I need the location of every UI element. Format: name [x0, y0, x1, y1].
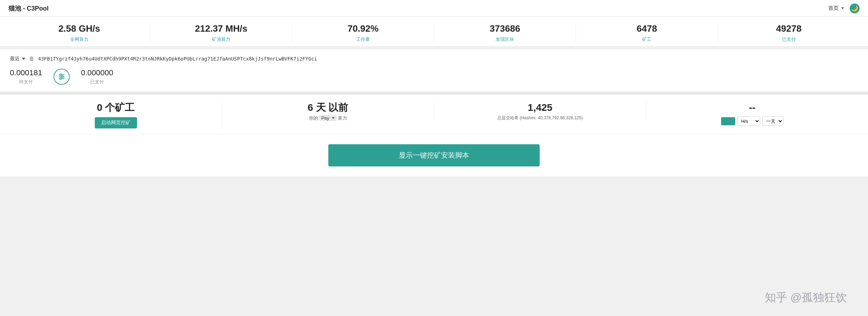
stat-item-4: 6478 矿工: [576, 23, 718, 43]
stat-label-5: 已支付: [724, 36, 854, 43]
home-chevron-icon: [841, 7, 844, 9]
stats-row: 2.58 GH/s 全网算力 212.37 MH/s 矿池算力 70.92% 工…: [0, 17, 868, 46]
hashrate-sub-label: 你的 Pay 算力: [229, 115, 427, 121]
recent-label-text: 最近: [10, 56, 20, 62]
stat-item-1: 212.37 MH/s 矿池算力: [150, 23, 292, 43]
stat-value-0: 2.58 GH/s: [14, 23, 144, 34]
stat-label-3: 发现区块: [440, 36, 570, 43]
moon-icon: 🌙: [851, 5, 858, 12]
stat-label-0: 全网算力: [14, 36, 144, 43]
pay-badge-text: Pay: [321, 115, 329, 121]
stat-item-2: 70.92% 工作量: [292, 23, 434, 43]
stat-value-5: 49278: [724, 23, 854, 34]
hashrate-label: 算力: [338, 115, 347, 121]
pay-badge[interactable]: Pay: [319, 115, 336, 121]
home-link[interactable]: 首页: [828, 5, 844, 12]
svg-point-4: [62, 76, 63, 78]
hashes-value: 1,425: [441, 102, 639, 114]
recent-chevron-icon: [22, 58, 25, 60]
install-section: 显示一键挖矿安装脚本: [0, 134, 868, 176]
address-row: 最近 🗑 43FB1TYgrzf4Jyh76u4UdtXPCdh9PXt4R2r…: [10, 56, 858, 62]
paid-value: 0.000000: [81, 68, 113, 77]
hashrate-col: -- H/s KH/s MH/s 一天 一周 一月: [646, 102, 858, 126]
hashrate-period-select[interactable]: 一天 一周 一月: [762, 116, 783, 126]
logo: 猫池 - C3Pool: [8, 4, 49, 13]
stat-label-1: 矿池算力: [156, 36, 286, 43]
stat-item-3: 373686 发现区块: [434, 23, 576, 43]
hashrate-control: H/s KH/s MH/s 一天 一周 一月: [653, 116, 851, 126]
settings-button[interactable]: [54, 69, 70, 85]
pay-chevron-icon: [332, 117, 335, 119]
address-hash: 43FB1TYgrzf4Jyh76u4UdtXPCdh9PXt4R2r3tnNJ…: [38, 56, 317, 62]
pending-balance: 0.000181 待支付: [10, 68, 42, 85]
home-label: 首页: [828, 5, 839, 12]
miner-stats-row: 0 个矿工 启动网页挖矿 6 天 以前 你的 Pay 算力 1,425 总提交哈…: [10, 102, 858, 128]
stat-label-2: 工作量: [298, 36, 428, 43]
your-label: 你的: [309, 115, 318, 121]
last-seen-col: 6 天 以前 你的 Pay 算力: [222, 102, 434, 121]
miner-stats-section: 0 个矿工 启动网页挖矿 6 天 以前 你的 Pay 算力 1,425 总提交哈…: [0, 95, 868, 134]
section-divider: [0, 92, 868, 95]
hashrate-unit-select[interactable]: H/s KH/s MH/s: [737, 116, 760, 126]
svg-point-5: [60, 78, 62, 80]
stat-item-0: 2.58 GH/s 全网算力: [8, 23, 150, 43]
hashrate-display: [721, 117, 735, 125]
svg-point-3: [60, 74, 62, 76]
top-bar: 猫池 - C3Pool 首页 🌙: [0, 0, 868, 17]
total-hashes-col: 1,425 总提交哈希 (Hashes: 40,378,792.86,328,1…: [434, 102, 646, 121]
recent-label[interactable]: 最近: [10, 56, 25, 62]
install-script-button[interactable]: 显示一键挖矿安装脚本: [328, 144, 540, 166]
stat-item-5: 49278 已支付: [718, 23, 860, 43]
hashrate-value: --: [653, 102, 851, 114]
last-seen-value: 6 天 以前: [229, 102, 427, 114]
address-section: 最近 🗑 43FB1TYgrzf4Jyh76u4UdtXPCdh9PXt4R2r…: [0, 49, 868, 92]
miner-count-col: 0 个矿工 启动网页挖矿: [10, 102, 222, 128]
balance-row: 0.000181 待支付 0.000000 已支付: [10, 68, 858, 85]
stat-value-4: 6478: [582, 23, 712, 34]
stat-value-1: 212.37 MH/s: [156, 23, 286, 34]
web-mine-button[interactable]: 启动网页挖矿: [95, 117, 137, 128]
stat-label-4: 矿工: [582, 36, 712, 43]
paid-label: 已支付: [81, 79, 113, 85]
paid-balance: 0.000000 已支付: [81, 68, 113, 85]
miner-count-value: 0 个矿工: [17, 102, 215, 114]
top-right: 首页 🌙: [828, 4, 860, 13]
stat-value-3: 373686: [440, 23, 570, 34]
total-hashes-label: 总提交哈希 (Hashes: 40,378,792.86,328,125): [441, 115, 639, 121]
stat-value-2: 70.92%: [298, 23, 428, 34]
delete-address-button[interactable]: 🗑: [29, 56, 35, 62]
pending-label: 待支付: [10, 79, 42, 85]
theme-toggle-button[interactable]: 🌙: [850, 4, 860, 13]
pending-value: 0.000181: [10, 68, 42, 77]
